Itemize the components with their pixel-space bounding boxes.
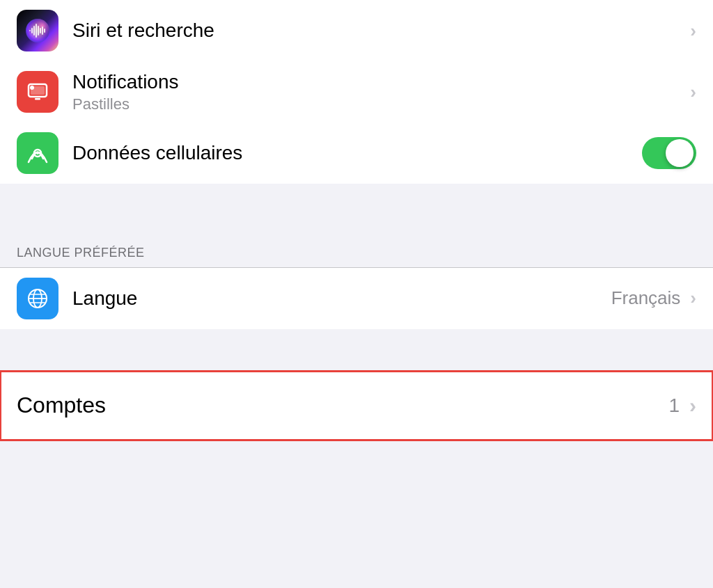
toggle-knob [666,139,694,167]
comptes-chevron-icon: › [689,394,696,418]
siri-row-right: › [687,20,696,42]
comptes-count: 1 [668,395,680,417]
langue-row-right: Français › [611,287,696,309]
siri-icon [17,10,58,51]
svg-point-15 [36,152,39,154]
siri-icon-graphic [24,17,51,44]
notifications-icon-graphic [25,79,50,104]
comptes-row-right: 1 › [668,394,696,418]
cellular-row-content: Données cellulaires [72,141,642,165]
siri-chevron-icon: › [690,20,696,42]
notifications-row-content: Notifications Pastilles [72,70,687,113]
cellular-toggle[interactable] [642,137,696,169]
notifications-icon [17,71,58,113]
notifications-row[interactable]: Notifications Pastilles › [0,61,713,122]
langue-section-title: LANGUE PRÉFÉRÉE [17,246,145,260]
siri-row[interactable]: Siri et recherche › [0,0,713,61]
langue-chevron-icon: › [690,287,696,309]
langue-title: Langue [72,287,611,310]
langue-section-header: LANGUE PRÉFÉRÉE [0,212,713,267]
siri-row-content: Siri et recherche [72,19,687,42]
comptes-title: Comptes [17,392,668,418]
section-gap-2 [0,329,713,357]
langue-row-content: Langue [72,287,611,310]
cellular-icon [17,132,58,174]
langue-row[interactable]: Langue Français › [0,268,713,329]
language-icon [17,278,58,319]
svg-rect-13 [35,98,40,100]
cellular-toggle-container[interactable] [642,137,696,169]
cellular-icon-graphic [25,141,50,166]
cellular-row[interactable]: Données cellulaires [0,122,713,184]
section-gap-1 [0,184,713,212]
comptes-row-content: Comptes [17,392,668,418]
siri-title: Siri et recherche [72,19,687,42]
cellular-title: Données cellulaires [72,141,642,165]
notifications-title: Notifications [72,70,687,94]
notifications-chevron-icon: › [690,81,696,103]
notifications-row-right: › [687,81,696,103]
language-icon-graphic [25,286,50,311]
notifications-subtitle: Pastilles [72,95,687,113]
section-gap-3 [0,357,713,371]
comptes-row[interactable]: Comptes 1 › [0,371,713,440]
svg-point-12 [30,86,34,90]
langue-value: Français [611,287,681,309]
